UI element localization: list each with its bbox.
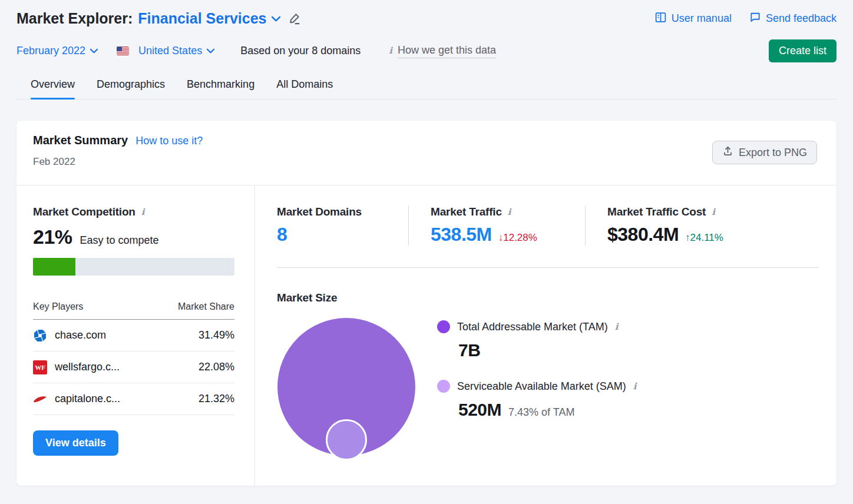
- domain-name: wellsfargo.c...: [55, 361, 120, 373]
- view-details-button[interactable]: View details: [33, 430, 118, 456]
- wellsfargo-logo-icon: WF: [33, 360, 47, 374]
- market-size-section: Total Addressable Market (TAM) i 7B Serv…: [277, 318, 819, 459]
- market-domains-metric: Market Domains 8: [277, 205, 408, 246]
- competition-label: Easy to compete: [80, 234, 159, 247]
- market-summary-card: Market Summary How to use it? Feb 2022 E…: [16, 121, 837, 486]
- tab-demographics[interactable]: Demographics: [97, 78, 165, 99]
- market-share-value: 22.08%: [199, 361, 234, 373]
- domain-name: chase.com: [55, 329, 106, 341]
- chevron-down-icon: [90, 48, 98, 54]
- sam-legend-dot: [437, 380, 450, 393]
- create-list-button[interactable]: Create list: [769, 39, 837, 62]
- tab-benchmarking[interactable]: Benchmarking: [187, 78, 254, 99]
- chevron-down-icon: [207, 48, 214, 54]
- info-icon[interactable]: i: [633, 382, 637, 391]
- market-share-value: 31.49%: [199, 329, 234, 341]
- country-filter-dropdown[interactable]: United States: [117, 45, 214, 57]
- tab-all-domains[interactable]: All Domains: [276, 78, 333, 99]
- arrow-down-icon: ↓: [498, 232, 504, 243]
- user-manual-link[interactable]: User manual: [654, 11, 732, 26]
- how-to-use-link[interactable]: How to use it?: [135, 135, 203, 147]
- market-name-dropdown[interactable]: Financial Services: [138, 10, 280, 27]
- market-traffic-metric: Market Traffic i 538.5M ↓12.28%: [408, 205, 585, 246]
- tam-legend-dot: [437, 320, 450, 333]
- market-domains-value: 8: [277, 224, 287, 246]
- date-filter-dropdown[interactable]: February 2022: [16, 45, 98, 57]
- tab-bar: Overview Demographics Benchmarking All D…: [16, 78, 837, 100]
- market-size-legend: Total Addressable Market (TAM) i 7B Serv…: [437, 318, 637, 459]
- us-flag-icon: [117, 47, 129, 55]
- market-share-value: 21.32%: [199, 393, 234, 405]
- info-icon[interactable]: i: [615, 323, 619, 331]
- table-row: chase.com 31.49%: [33, 320, 234, 352]
- market-traffic-title: Market Traffic: [431, 205, 502, 218]
- domain-name: capitalone.c...: [55, 393, 120, 405]
- divider: [277, 267, 819, 268]
- market-traffic-change: ↓12.28%: [498, 232, 537, 244]
- market-metrics-section: Market Domains 8 Market Traffic i 538.5M…: [255, 185, 837, 486]
- table-row: capitalone.c... 21.32%: [33, 383, 234, 415]
- how-we-get-data-link[interactable]: i How we get this data: [389, 44, 496, 58]
- info-icon[interactable]: i: [508, 208, 511, 217]
- page-title: Market Explorer: Financial Services: [16, 10, 301, 27]
- topbar: Market Explorer: Financial Services: [0, 0, 853, 100]
- competition-value: 21%: [33, 226, 72, 248]
- send-feedback-link[interactable]: Send feedback: [749, 11, 837, 26]
- sam-label: Serviceable Available Market (SAM): [457, 380, 626, 393]
- bubble-chart: [277, 318, 416, 459]
- export-to-png-button[interactable]: Export to PNG: [712, 141, 817, 164]
- key-players-table: Key Players Market Share chase.com 31.49…: [33, 301, 234, 415]
- market-traffic-cost-title: Market Traffic Cost: [607, 205, 706, 218]
- tam-value: 7B: [458, 340, 480, 360]
- market-traffic-cost-value: $380.4M: [607, 224, 679, 246]
- info-icon[interactable]: i: [712, 208, 715, 217]
- info-icon[interactable]: i: [141, 208, 145, 217]
- arrow-up-icon: ↑: [685, 232, 690, 243]
- book-icon: [654, 11, 667, 26]
- chevron-down-icon: [272, 16, 280, 22]
- market-domains-title: Market Domains: [277, 205, 362, 218]
- sam-note: 7.43% of TAM: [508, 406, 574, 419]
- market-share-header: Market Share: [178, 301, 234, 312]
- key-players-header: Key Players: [33, 301, 83, 312]
- upload-icon: [722, 145, 733, 160]
- sam-bubble: [326, 419, 367, 460]
- sam-value: 520M: [458, 400, 501, 420]
- competition-title: Market Competition: [33, 205, 135, 218]
- competition-progress-fill: [33, 258, 75, 276]
- table-row: WF wellsfargo.c... 22.08%: [33, 352, 234, 383]
- info-icon: i: [389, 47, 392, 55]
- market-competition-section: Market Competition i 21% Easy to compete…: [16, 185, 255, 486]
- market-size-title: Market Size: [277, 291, 337, 304]
- market-traffic-cost-metric: Market Traffic Cost i $380.4M ↑24.11%: [585, 205, 723, 246]
- card-title: Market Summary: [33, 134, 128, 147]
- based-on-domains-label: Based on your 8 domains: [240, 45, 361, 57]
- tam-label: Total Addressable Market (TAM): [457, 321, 608, 333]
- page-title-prefix: Market Explorer:: [16, 10, 133, 27]
- chase-logo-icon: [33, 329, 47, 343]
- edit-pencil-icon[interactable]: [287, 12, 301, 25]
- speech-bubble-icon: [749, 11, 761, 26]
- market-traffic-cost-change: ↑24.11%: [685, 232, 723, 244]
- competition-progress-bar: [33, 258, 234, 276]
- tab-overview[interactable]: Overview: [31, 78, 75, 99]
- market-traffic-value: 538.5M: [431, 224, 492, 246]
- report-period: Feb 2022: [33, 156, 203, 168]
- capitalone-logo-icon: [33, 392, 47, 406]
